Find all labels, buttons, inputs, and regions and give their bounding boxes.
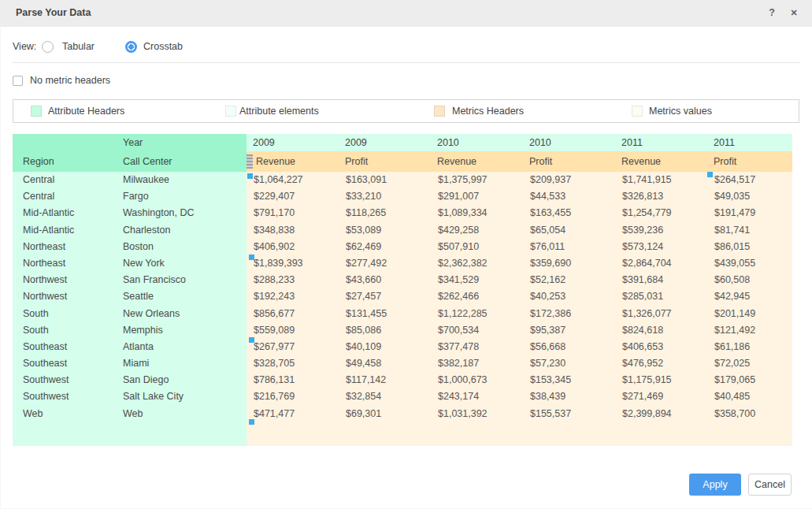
metric-value-cell: $85,086 xyxy=(339,322,431,339)
metric-value-cell: $271,469 xyxy=(615,388,707,405)
metric-value-cell: $57,230 xyxy=(523,355,615,372)
legend-label: Metrics Headers xyxy=(452,100,524,122)
metric-value-cell: $172,386 xyxy=(523,306,615,322)
metric-value-cell: $49,458 xyxy=(339,355,431,372)
call-center-cell: Atlanta xyxy=(113,339,247,355)
parse-marker[interactable] xyxy=(707,172,713,177)
region-attribute-header[interactable]: Region xyxy=(13,151,113,172)
call-center-cell: Milwaukee xyxy=(113,172,247,188)
metric-value-cell: $439,055 xyxy=(707,255,792,272)
no-metric-headers-checkbox[interactable] xyxy=(13,76,23,86)
metric-value-cell: $216,769 xyxy=(247,388,339,405)
call-center-cell: Miami xyxy=(113,355,247,372)
legend-swatch xyxy=(225,106,236,117)
metric-value-cell: $559,089 xyxy=(247,322,339,339)
radio-tabular[interactable] xyxy=(42,41,54,53)
metric-value-cell: $192,243 xyxy=(247,288,339,305)
metric-header-cell[interactable]: Revenue xyxy=(615,151,707,172)
metric-header-label: Profit xyxy=(529,156,552,167)
radio-crosstab[interactable] xyxy=(125,41,137,53)
column-drag-grip-icon[interactable] xyxy=(247,154,253,169)
metric-value-cell: $2,362,382 xyxy=(431,255,523,272)
cancel-button[interactable]: Cancel xyxy=(748,474,792,496)
metric-header-label: Revenue xyxy=(256,156,295,167)
region-cell: South xyxy=(13,306,113,322)
metric-value-cell: $81,741 xyxy=(707,222,792,239)
table-filler-row xyxy=(13,422,792,446)
parse-marker[interactable] xyxy=(249,337,254,343)
radio-tabular-label[interactable]: Tabular xyxy=(62,38,95,56)
section-divider xyxy=(13,62,799,63)
metric-header-label: Revenue xyxy=(621,156,661,167)
metric-header-cell[interactable]: Profit xyxy=(523,151,615,172)
legend-label: Attribute elements xyxy=(239,100,319,122)
metric-header-cell[interactable]: Profit xyxy=(707,151,792,172)
radio-crosstab-label[interactable]: Crosstab xyxy=(143,38,183,56)
metric-value-cell: $201,149 xyxy=(707,306,792,322)
table-row: Mid-AtlanticCharleston$348,838$53,089$42… xyxy=(13,222,792,239)
metric-value-cell: $476,952 xyxy=(615,355,707,372)
table-row: SoutheastAtlanta$267,977$40,109$377,478$… xyxy=(13,339,792,355)
table-row: WebWeb$471,477$69,301$1,031,392$155,537$… xyxy=(13,406,792,422)
no-metric-headers-row: No metric headers xyxy=(0,75,812,87)
close-icon[interactable]: ✕ xyxy=(788,0,800,25)
region-cell: South xyxy=(13,322,113,339)
call-center-cell: New York xyxy=(113,255,247,272)
year-header-cell[interactable]: 2009 xyxy=(339,134,431,151)
metric-value-cell: $40,253 xyxy=(523,288,615,305)
corner-empty-cell[interactable] xyxy=(13,134,113,151)
parse-marker[interactable] xyxy=(249,254,254,260)
region-cell: Mid-Atlantic xyxy=(13,205,113,221)
metric-value-cell: $328,705 xyxy=(247,355,339,372)
metric-value-cell: $1,175,915 xyxy=(615,372,707,388)
metric-value-cell: $786,131 xyxy=(247,372,339,388)
metric-value-cell: $33,210 xyxy=(339,188,431,205)
dialog-title: Parse Your Data xyxy=(16,0,91,25)
metric-value-cell: $27,457 xyxy=(339,288,431,305)
metric-header-cell[interactable]: Revenue xyxy=(431,151,523,172)
metric-value-cell: $539,236 xyxy=(615,222,707,239)
metric-header-cell[interactable]: Profit xyxy=(339,151,431,172)
year-header-cell[interactable]: 2011 xyxy=(707,134,792,151)
no-metric-headers-label[interactable]: No metric headers xyxy=(30,75,110,87)
region-cell: Southwest xyxy=(13,372,113,388)
metric-value-cell: $507,910 xyxy=(431,239,523,255)
help-icon[interactable]: ? xyxy=(766,0,778,25)
table-row: SouthNew Orleans$856,677$131,455$1,122,2… xyxy=(13,306,792,322)
region-cell: Web xyxy=(13,406,113,422)
year-attribute-header[interactable]: Year xyxy=(113,134,247,151)
metric-value-cell: $1,064,227 xyxy=(247,172,339,188)
table-row: SouthwestSan Diego$786,131$117,142$1,000… xyxy=(13,372,792,388)
call-center-attribute-header[interactable]: Call Center xyxy=(113,151,247,172)
parse-marker[interactable] xyxy=(247,173,253,179)
apply-button[interactable]: Apply xyxy=(689,474,741,496)
call-center-cell: Charleston xyxy=(113,222,247,239)
metric-value-cell: $285,031 xyxy=(615,288,707,305)
metric-value-cell: $52,162 xyxy=(523,272,615,288)
year-header-cell[interactable]: 2010 xyxy=(431,134,523,151)
table-row: NorthwestSeattle$192,243$27,457$262,466$… xyxy=(13,288,792,305)
dialog-titlebar: Parse Your Data ? ✕ xyxy=(0,0,812,27)
legend-swatch xyxy=(434,106,445,117)
metric-value-cell: $1,254,779 xyxy=(615,205,707,221)
metric-value-cell: $262,466 xyxy=(431,288,523,305)
metric-value-cell: $163,091 xyxy=(339,172,431,188)
metric-value-cell: $1,089,334 xyxy=(431,205,523,221)
metric-value-cell: $42,945 xyxy=(707,288,792,305)
metric-value-cell: $2,864,704 xyxy=(615,255,707,272)
metric-header-label: Profit xyxy=(345,156,368,167)
year-header-cell[interactable]: 2010 xyxy=(523,134,615,151)
year-header-cell[interactable]: 2011 xyxy=(615,134,707,151)
table-row: CentralFargo$229,407$33,210$291,007$44,5… xyxy=(13,188,792,205)
legend-label: Attribute Headers xyxy=(48,100,124,122)
parse-marker[interactable] xyxy=(249,419,254,425)
metric-value-cell: $38,439 xyxy=(523,388,615,405)
filler-attribute-area xyxy=(13,422,247,446)
metric-value-cell: $264,517 xyxy=(707,172,792,188)
call-center-cell: Memphis xyxy=(113,322,247,339)
year-header-cell[interactable]: 2009 xyxy=(247,134,339,151)
metric-value-cell: $326,813 xyxy=(615,188,707,205)
metric-header-cell[interactable]: Revenue xyxy=(247,151,339,172)
region-cell: Central xyxy=(13,188,113,205)
metric-value-cell: $1,839,393 xyxy=(247,255,339,272)
